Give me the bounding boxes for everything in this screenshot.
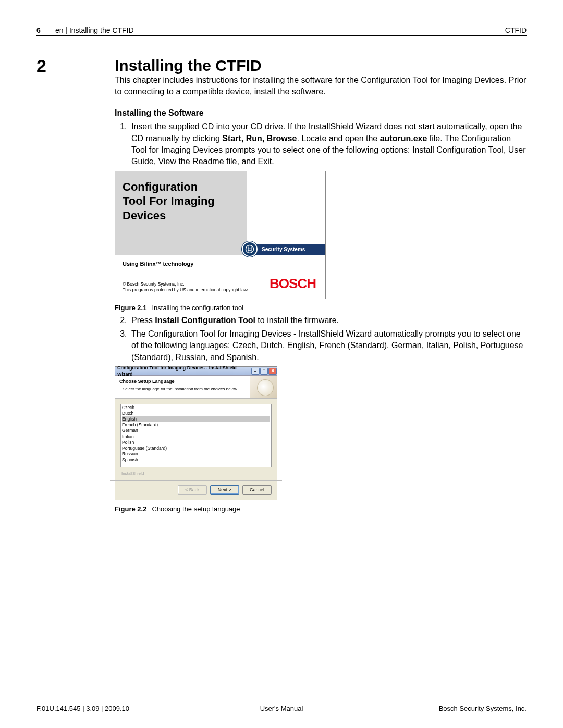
header-right: CTFID xyxy=(505,26,527,34)
wizard-titlebar: Configuration Tool for Imaging Devices -… xyxy=(115,367,277,376)
section-number: 2 xyxy=(36,57,115,75)
figure-2-1-caption: Figure 2.1Installing the configuration t… xyxy=(115,303,527,313)
language-option[interactable]: Italian xyxy=(122,434,270,440)
language-option[interactable]: Dutch xyxy=(122,411,270,416)
breadcrumb: en | Installing the CTFID xyxy=(55,26,134,34)
step-2: Press Install Configuration Tool to inst… xyxy=(129,315,527,326)
splash-bar: Security Systems xyxy=(115,244,325,255)
maximize-button[interactable]: □ xyxy=(260,368,268,375)
subheading: Installing the Software xyxy=(115,107,527,119)
language-option[interactable]: French (Standard) xyxy=(122,422,270,428)
wizard-heading: Choose Setup Language xyxy=(119,378,246,385)
wizard-banner-icon xyxy=(250,376,277,398)
language-listbox[interactable]: CzechDutchEnglishFrench (Standard)German… xyxy=(120,404,272,467)
language-option[interactable]: Portuguese (Standard) xyxy=(122,446,270,451)
splash-white-panel xyxy=(247,171,325,244)
steps-list-cont: Press Install Configuration Tool to inst… xyxy=(115,315,527,364)
intro-text: This chapter includes instructions for i… xyxy=(115,75,527,98)
close-button[interactable]: ✕ xyxy=(268,368,277,375)
language-option[interactable]: Polish xyxy=(122,440,270,446)
footer-left: F.01U.141.545 | 3.09 | 2009.10 xyxy=(36,705,200,712)
section-heading: 2 Installing the CTFID xyxy=(36,57,527,75)
minimize-button[interactable]: – xyxy=(251,368,260,375)
language-option[interactable]: Russian xyxy=(122,451,270,457)
step-3: The Configuration Tool for Imaging Devic… xyxy=(129,328,527,363)
step-1: Insert the supplied CD into your CD driv… xyxy=(129,121,527,168)
language-option[interactable]: Spanish xyxy=(122,457,270,463)
cancel-button[interactable]: Cancel xyxy=(242,485,272,495)
bosch-anchor-icon xyxy=(242,241,258,257)
footer-mid: User's Manual xyxy=(200,705,363,712)
running-header: 6 en | Installing the CTFID CTFID xyxy=(36,26,527,36)
splash-copyright: © Bosch Security Systems, Inc. This prog… xyxy=(123,281,270,293)
splash-subtitle: Using Bilinx™ technology xyxy=(115,255,325,271)
figure-2-1-splash: Configuration Tool For Imaging Devices S… xyxy=(115,171,326,299)
splash-title: Configuration Tool For Imaging Devices xyxy=(115,171,247,244)
language-option[interactable]: German xyxy=(122,428,270,434)
wizard-header: Choose Setup Language Select the languag… xyxy=(115,376,277,399)
page-number: 6 xyxy=(36,26,46,34)
bosch-logo: BOSCH xyxy=(270,274,318,293)
installshield-brand: InstallShield xyxy=(120,467,272,478)
steps-list: Insert the supplied CD into your CD driv… xyxy=(115,121,527,168)
security-systems-label: Security Systems xyxy=(262,246,305,253)
section-title: Installing the CTFID xyxy=(115,57,262,75)
running-footer: F.01U.141.545 | 3.09 | 2009.10 User's Ma… xyxy=(36,702,527,712)
back-button[interactable]: < Back xyxy=(178,485,207,495)
svg-point-0 xyxy=(246,245,254,253)
footer-right: Bosch Security Systems, Inc. xyxy=(363,705,527,712)
wizard-subheading: Select the language for the installation… xyxy=(119,386,246,392)
figure-2-2-caption: Figure 2.2Choosing the setup language xyxy=(115,504,527,514)
figure-2-2-wizard: Configuration Tool for Imaging Devices -… xyxy=(115,366,277,500)
language-option[interactable]: Czech xyxy=(122,405,270,411)
next-button[interactable]: Next > xyxy=(210,485,239,495)
language-option[interactable]: English xyxy=(122,416,270,422)
